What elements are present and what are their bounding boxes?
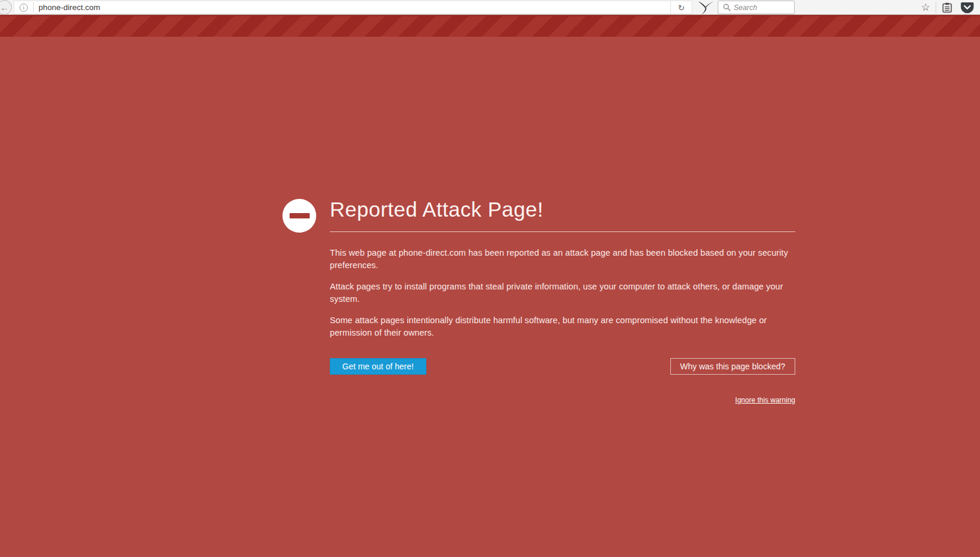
urlbar-divider	[33, 2, 34, 12]
bird-logo-icon	[697, 1, 715, 15]
ignore-warning-link[interactable]: Ignore this warning	[735, 396, 795, 404]
hazard-stripe-band	[0, 15, 980, 37]
page-title: Reported Attack Page!	[330, 194, 795, 225]
warning-content: Reported Attack Page! This web page at p…	[330, 194, 795, 405]
url-input[interactable]	[38, 2, 670, 14]
reload-icon: ↻	[678, 3, 685, 12]
pocket-icon	[960, 2, 974, 14]
url-bar[interactable]: i ↻	[14, 1, 692, 14]
reading-list-icon	[942, 2, 952, 13]
title-divider	[330, 231, 795, 232]
warning-paragraph: Attack pages try to install programs tha…	[330, 281, 795, 305]
search-input[interactable]	[734, 2, 829, 13]
toolbar-divider	[936, 2, 936, 13]
get-me-out-button[interactable]: Get me out of here!	[330, 358, 426, 375]
pocket-button[interactable]	[958, 0, 976, 15]
warning-paragraph: This web page at phone-direct.com has be…	[330, 247, 795, 272]
attack-warning-page: Reported Attack Page! This web page at p…	[0, 37, 980, 557]
browser-toolbar: ← i ↻ ☆	[0, 0, 980, 15]
reading-list-button[interactable]	[938, 0, 956, 15]
bookmark-star-button[interactable]: ☆	[917, 0, 934, 15]
blocked-minus-icon	[282, 199, 316, 233]
site-info-icon[interactable]: i	[20, 4, 28, 12]
search-icon	[723, 4, 731, 11]
star-icon: ☆	[921, 1, 930, 14]
search-box[interactable]	[718, 1, 795, 14]
ignore-warning-row: Ignore this warning	[330, 394, 795, 405]
back-button[interactable]: ←	[0, 0, 12, 15]
button-row: Get me out of here! Why was this page bl…	[330, 358, 795, 375]
minus-bar	[290, 213, 310, 218]
why-blocked-button[interactable]: Why was this page blocked?	[670, 358, 795, 375]
back-arrow-icon: ←	[0, 3, 9, 12]
browser-logo-button[interactable]	[696, 0, 716, 15]
warning-paragraph: Some attack pages intentionally distribu…	[330, 314, 795, 339]
reload-button[interactable]: ↻	[670, 1, 692, 14]
